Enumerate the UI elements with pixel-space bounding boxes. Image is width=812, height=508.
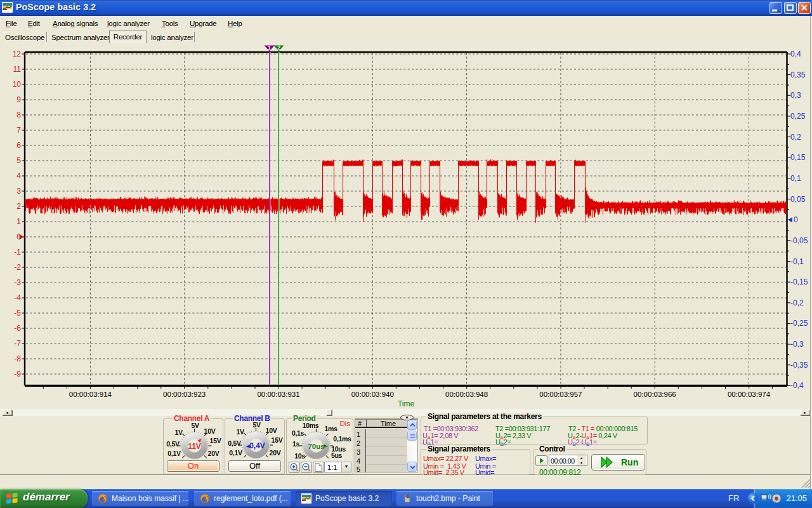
svg-text:-0,4: -0,4 xyxy=(790,381,804,390)
svg-text:-0,1: -0,1 xyxy=(790,257,804,266)
svg-text:00:00:03:957: 00:00:03:957 xyxy=(539,391,582,398)
svg-text:-0,05: -0,05 xyxy=(790,236,808,245)
svg-text:0,3: 0,3 xyxy=(790,91,801,100)
svg-text:-7: -7 xyxy=(14,339,21,348)
svg-text:4: 4 xyxy=(16,171,21,180)
svg-text:0,05: 0,05 xyxy=(790,195,806,204)
svg-text:0,2: 0,2 xyxy=(790,133,801,142)
svg-text:3: 3 xyxy=(16,187,21,196)
svg-text:11: 11 xyxy=(13,65,22,74)
svg-text:-3: -3 xyxy=(14,278,21,287)
svg-text:1: 1 xyxy=(16,217,21,226)
svg-text:70us: 70us xyxy=(308,443,324,450)
svg-text:00:00:03:966: 00:00:03:966 xyxy=(634,391,676,398)
svg-text:5: 5 xyxy=(16,156,21,165)
svg-text:-0,3: -0,3 xyxy=(790,340,804,349)
svg-text:0,4: 0,4 xyxy=(790,50,801,58)
svg-text:-1: -1 xyxy=(14,248,21,257)
svg-text:Time: Time xyxy=(398,399,415,408)
svg-text:-2: -2 xyxy=(14,263,21,272)
svg-text:-0,2: -0,2 xyxy=(790,298,804,307)
svg-text:0: 0 xyxy=(794,215,798,224)
svg-text:12: 12 xyxy=(13,50,22,58)
svg-text:-6: -6 xyxy=(14,324,21,333)
svg-text:0,1: 0,1 xyxy=(790,174,801,183)
svg-text:0,4V: 0,4V xyxy=(249,441,265,450)
svg-text:9: 9 xyxy=(16,95,21,104)
svg-text:2: 2 xyxy=(16,202,21,211)
svg-text:-4: -4 xyxy=(14,293,21,302)
svg-text:10: 10 xyxy=(13,80,22,89)
svg-text:-8: -8 xyxy=(14,354,21,363)
svg-text:-0,35: -0,35 xyxy=(790,361,808,370)
svg-text:00:00:03:931: 00:00:03:931 xyxy=(257,391,299,398)
svg-text:8: 8 xyxy=(16,110,21,119)
svg-text:-5: -5 xyxy=(14,309,21,318)
svg-text:2: 2 xyxy=(277,44,280,51)
svg-text:00:00:03:914: 00:00:03:914 xyxy=(69,391,112,398)
svg-text:0,25: 0,25 xyxy=(790,112,806,121)
svg-text:-9: -9 xyxy=(14,370,21,378)
svg-text:00:00:03:940: 00:00:03:940 xyxy=(351,391,394,398)
svg-text:-0,15: -0,15 xyxy=(790,277,808,286)
svg-text:6: 6 xyxy=(16,141,21,150)
svg-text:00:00:03:948: 00:00:03:948 xyxy=(445,391,488,398)
svg-text:00:00:03:923: 00:00:03:923 xyxy=(163,391,206,398)
svg-text:1: 1 xyxy=(268,44,271,51)
svg-text:00:00:03:974: 00:00:03:974 xyxy=(728,391,771,398)
svg-text:7: 7 xyxy=(16,126,21,135)
svg-text:0,15: 0,15 xyxy=(790,153,806,162)
svg-text:11V: 11V xyxy=(188,442,201,451)
svg-text:-0,25: -0,25 xyxy=(790,319,808,328)
svg-text:0,35: 0,35 xyxy=(790,70,806,79)
